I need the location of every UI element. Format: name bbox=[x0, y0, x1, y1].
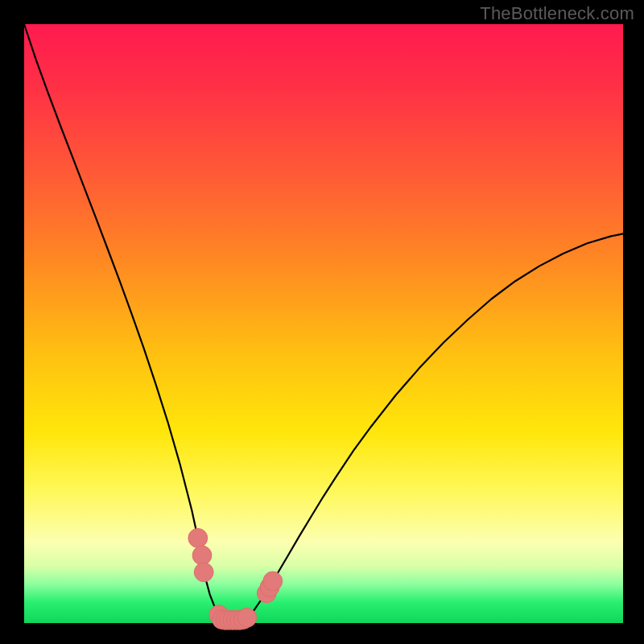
curve-marker bbox=[192, 546, 212, 565]
curve-marker bbox=[263, 572, 283, 591]
gradient-panel bbox=[24, 24, 623, 623]
curve-marker bbox=[194, 563, 213, 582]
curve-marker bbox=[188, 529, 208, 548]
curve-marker bbox=[237, 608, 257, 627]
bottleneck-chart bbox=[0, 0, 644, 644]
